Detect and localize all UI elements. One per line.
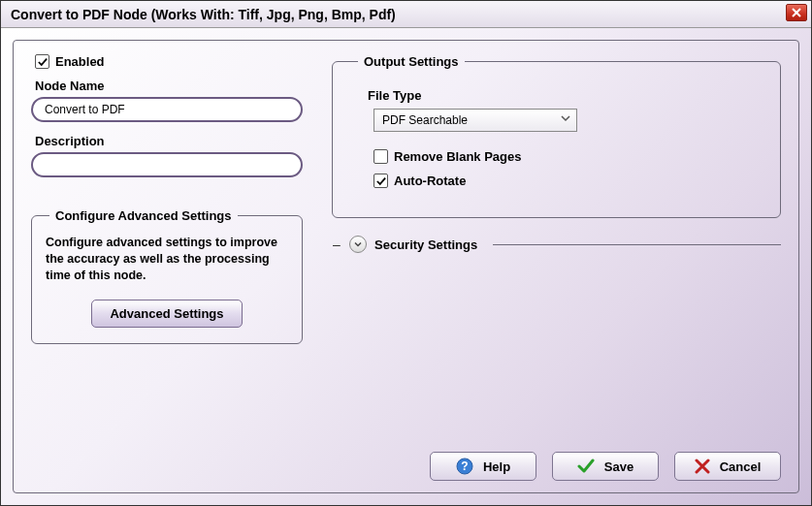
- auto-rotate-row: Auto-Rotate: [374, 174, 759, 188]
- remove-blank-row: Remove Blank Pages: [374, 149, 759, 164]
- footer: ? Help Save Cancel: [31, 440, 781, 481]
- description-input[interactable]: [31, 152, 303, 177]
- columns: Enabled Node Name Description Configure …: [31, 54, 781, 344]
- collapse-minus-icon: –: [332, 237, 341, 252]
- advanced-settings-legend: Configure Advanced Settings: [49, 208, 238, 223]
- node-name-input[interactable]: [31, 97, 303, 122]
- file-type-dropdown[interactable]: PDF Searchable: [374, 109, 577, 132]
- remove-blank-checkbox[interactable]: [374, 149, 388, 164]
- node-name-label: Node Name: [35, 79, 303, 93]
- cancel-button[interactable]: Cancel: [674, 452, 781, 481]
- window-title: Convert to PDF Node (Works With: Tiff, J…: [11, 7, 396, 22]
- cancel-label: Cancel: [720, 459, 762, 474]
- auto-rotate-checkbox[interactable]: [374, 174, 388, 188]
- help-button[interactable]: ? Help: [430, 452, 536, 481]
- chevron-down-icon: [353, 239, 363, 249]
- help-label: Help: [483, 459, 510, 474]
- security-divider: [493, 244, 781, 245]
- save-button[interactable]: Save: [552, 452, 659, 481]
- security-settings-label: Security Settings: [374, 237, 477, 252]
- output-settings-legend: Output Settings: [358, 54, 465, 69]
- output-settings-group: Output Settings File Type PDF Searchable…: [332, 54, 781, 218]
- inner-frame: Enabled Node Name Description Configure …: [13, 40, 799, 493]
- security-expand-toggle[interactable]: [349, 236, 367, 253]
- chevron-down-icon: [561, 113, 570, 125]
- left-column: Enabled Node Name Description Configure …: [31, 54, 303, 344]
- enabled-row: Enabled: [35, 54, 303, 69]
- right-column: Output Settings File Type PDF Searchable…: [332, 54, 781, 344]
- advanced-settings-desc: Configure advanced settings to improve t…: [46, 235, 288, 284]
- cancel-icon: [695, 459, 710, 474]
- dialog-body: Enabled Node Name Description Configure …: [1, 28, 811, 505]
- close-icon: [792, 8, 801, 17]
- file-type-value: PDF Searchable: [382, 113, 468, 127]
- enabled-label: Enabled: [55, 54, 105, 69]
- description-label: Description: [35, 134, 303, 148]
- file-type-label: File Type: [368, 88, 759, 103]
- close-button[interactable]: [786, 4, 807, 21]
- auto-rotate-label: Auto-Rotate: [394, 174, 466, 188]
- save-label: Save: [604, 459, 633, 474]
- remove-blank-label: Remove Blank Pages: [394, 149, 522, 164]
- advanced-settings-button[interactable]: Advanced Settings: [91, 300, 242, 328]
- titlebar: Convert to PDF Node (Works With: Tiff, J…: [1, 1, 811, 28]
- dialog-window: Convert to PDF Node (Works With: Tiff, J…: [0, 0, 812, 506]
- svg-text:?: ?: [461, 459, 468, 473]
- security-settings-row: – Security Settings: [332, 236, 781, 253]
- check-icon: [577, 458, 595, 475]
- enabled-checkbox[interactable]: [35, 54, 49, 69]
- advanced-settings-group: Configure Advanced Settings Configure ad…: [31, 208, 303, 344]
- help-icon: ?: [456, 458, 473, 475]
